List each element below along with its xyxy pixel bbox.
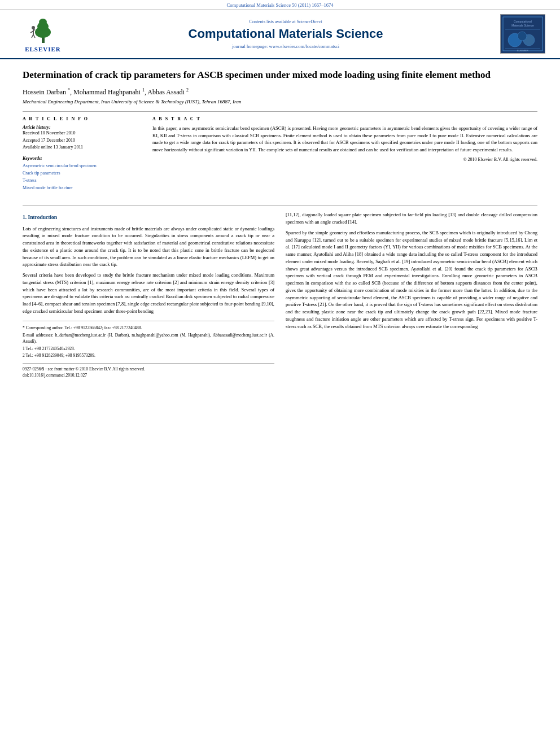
- cover-thumbnail: Computational Materials Science ELSEVIER: [500, 14, 545, 54]
- accepted-date: Accepted 17 December 2010: [23, 137, 141, 145]
- section-divider: [23, 205, 537, 206]
- footnote-star: * Corresponding author. Tel.: +98 912256…: [23, 325, 274, 331]
- elsevier-wordmark: ELSEVIER: [25, 46, 61, 53]
- journal-cover-image: Computational Materials Science ELSEVIER: [495, 14, 551, 54]
- affiliation: Mechanical Engineering Department, Iran …: [23, 99, 537, 104]
- journal-homepage: journal homepage: www.elsevier.com/locat…: [77, 43, 495, 49]
- keywords-group: Keywords: Asymmetric semicircular bend s…: [23, 156, 141, 191]
- body-para-4: Spurred by the simple geometry and effor…: [286, 229, 537, 330]
- info-abstract-section: A R T I C L E I N F O Article history: R…: [23, 111, 537, 196]
- body-para-2: Several criteria have been developed to …: [23, 272, 274, 315]
- elsevier-tree-icon: [25, 15, 62, 45]
- section1-title: 1. Introduction: [23, 213, 274, 221]
- received-date: Received 10 November 2010: [23, 130, 141, 137]
- svg-text:ELSEVIER: ELSEVIER: [517, 49, 528, 52]
- footnote-email: E-mail addresses: h_darban@mecheng.iust.…: [23, 332, 274, 345]
- authors-line: Hossein Darban *, Mohammad Haghpanahi 1,…: [23, 88, 537, 97]
- elsevier-logo: ELSEVIER: [25, 15, 62, 53]
- copyright-line: © 2010 Elsevier B.V. All rights reserved…: [152, 157, 537, 162]
- elsevier-logo-area: ELSEVIER: [9, 15, 77, 53]
- available-date: Available online 13 January 2011: [23, 144, 141, 151]
- history-group: Article history: Received 10 November 20…: [23, 125, 141, 151]
- footnote-1: 1 Tel.: +98 2177240540x2928.: [23, 346, 274, 352]
- footnotes-area: * Corresponding author. Tel.: +98 912256…: [23, 321, 274, 359]
- issn-line: 0927-0256/$ - see front matter © 2010 El…: [23, 366, 274, 372]
- doi-line: doi:10.1016/j.commatsci.2010.12.027: [23, 372, 274, 378]
- abstract-text: In this paper, a new asymmetric semicirc…: [152, 125, 537, 154]
- body-section: 1. Introduction Lots of engineering stru…: [23, 211, 537, 378]
- sciencedirect-text: Contents lists available at ScienceDirec…: [77, 19, 495, 24]
- abstract-col: A B S T R A C T In this paper, a new asy…: [152, 116, 537, 196]
- article-info-header: A R T I C L E I N F O: [23, 116, 141, 121]
- article-content: Determination of crack tip parameters fo…: [0, 59, 560, 387]
- journal-title-display: Computational Materials Science: [77, 27, 495, 41]
- body-col-right: [11,12], diagonally loaded square plate …: [286, 211, 537, 378]
- article-info-col: A R T I C L E I N F O Article history: R…: [23, 116, 141, 196]
- svg-point-18: [518, 32, 527, 41]
- journal-citation: Computational Materials Science 50 (2011…: [227, 2, 334, 8]
- body-para-1: Lots of engineering structures and instr…: [23, 225, 274, 269]
- keyword-2: Crack tip parameters: [23, 170, 141, 177]
- svg-text:Computational: Computational: [514, 20, 532, 23]
- abstract-header: A B S T R A C T: [152, 116, 537, 121]
- cover-graphic: Computational Materials Science ELSEVIER: [501, 15, 545, 53]
- keyword-4: Mixed mode brittle fracture: [23, 185, 141, 192]
- journal-header-center: Contents lists available at ScienceDirec…: [77, 19, 495, 49]
- article-title: Determination of crack tip parameters fo…: [23, 68, 537, 82]
- svg-point-4: [39, 19, 47, 25]
- body-col-left: 1. Introduction Lots of engineering stru…: [23, 211, 274, 378]
- page-header: ELSEVIER Contents lists available at Sci…: [0, 10, 560, 59]
- history-label: Article history:: [23, 125, 141, 130]
- journal-bar: Computational Materials Science 50 (2011…: [0, 0, 560, 10]
- svg-point-5: [32, 26, 35, 29]
- bottom-bar: 0927-0256/$ - see front matter © 2010 El…: [23, 363, 274, 379]
- svg-text:Materials Science: Materials Science: [511, 24, 534, 27]
- keywords-label: Keywords:: [23, 156, 141, 161]
- body-para-3: [11,12], diagonally loaded square plate …: [286, 211, 537, 226]
- keyword-3: T-stress: [23, 177, 141, 185]
- keyword-1: Asymmetric semicircular bend specimen: [23, 163, 141, 170]
- footnote-2: 2 Tel.: +98 9128239049; +98 9195573209.: [23, 352, 274, 359]
